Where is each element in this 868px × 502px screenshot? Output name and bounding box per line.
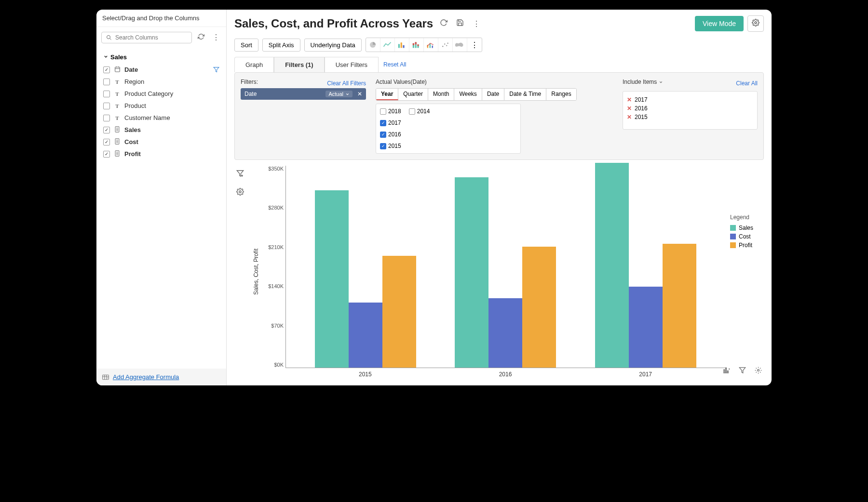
filter-icon[interactable] — [737, 365, 748, 378]
bar-profit-2016[interactable] — [522, 247, 556, 368]
checkbox[interactable] — [380, 143, 386, 149]
remove-icon[interactable]: ✕ — [627, 105, 632, 112]
column-region[interactable]: TRegion — [101, 76, 221, 88]
sort-button[interactable]: Sort — [234, 39, 258, 52]
bar-group-2016 — [455, 166, 556, 368]
year-2017[interactable]: 2017 — [380, 119, 516, 126]
type-icon: T — [114, 103, 121, 109]
x-label: 2016 — [499, 371, 512, 378]
refresh-chart-icon[interactable] — [438, 17, 449, 30]
more-charts-icon[interactable]: ⋮ — [467, 38, 482, 52]
chip-name: Date — [244, 91, 257, 97]
refresh-icon[interactable] — [196, 31, 206, 44]
remove-icon[interactable]: ✕ — [627, 114, 632, 120]
sort-bars-icon[interactable] — [721, 365, 732, 378]
save-icon[interactable] — [454, 17, 466, 30]
more-icon[interactable]: ⋮ — [210, 31, 222, 44]
bar-sales-2017[interactable] — [595, 163, 629, 368]
tree-group-sales[interactable]: Sales — [101, 51, 221, 64]
filters-panel: Filters: Clear All Filters Date Actual ✕… — [234, 72, 764, 160]
checkbox[interactable] — [103, 127, 110, 133]
line-chart-icon[interactable] — [380, 38, 395, 52]
svg-point-45 — [239, 191, 241, 193]
view-mode-button[interactable]: View Mode — [695, 16, 744, 31]
date-tab-datetime[interactable]: Date & Time — [504, 89, 546, 100]
gear-icon[interactable] — [753, 365, 764, 378]
date-tab-weeks[interactable]: Weeks — [454, 89, 482, 100]
checkbox[interactable] — [409, 108, 415, 115]
search-columns-input[interactable] — [115, 34, 188, 41]
filter-chip-date[interactable]: Date Actual ✕ — [241, 88, 366, 100]
checkbox[interactable] — [103, 79, 110, 85]
split-axis-button[interactable]: Split Axis — [262, 39, 300, 52]
include-items-label[interactable]: Include Items — [623, 79, 663, 85]
column-product-category[interactable]: TProduct Category — [101, 88, 221, 100]
bar-profit-2015[interactable] — [382, 256, 416, 368]
column-cost[interactable]: Cost — [101, 136, 221, 148]
map-chart-icon[interactable] — [453, 38, 467, 52]
add-aggregate-link[interactable]: Add Aggregate Formula — [113, 373, 179, 381]
search-columns-input-wrap[interactable] — [101, 32, 192, 43]
date-tab-month[interactable]: Month — [428, 89, 454, 100]
y-tick: $210K — [268, 244, 284, 250]
checkbox[interactable] — [380, 108, 386, 115]
checkbox[interactable] — [380, 132, 386, 138]
bar-chart-icon[interactable] — [395, 38, 409, 52]
swatch — [730, 225, 736, 231]
chart-settings-icon[interactable] — [234, 186, 246, 199]
actual-values-label: Actual Values(Date) — [376, 79, 613, 85]
year-2015[interactable]: 2015 — [380, 143, 516, 149]
tab-user-filters[interactable]: User Filters — [325, 57, 379, 72]
svg-rect-26 — [398, 44, 400, 48]
bar-cost-2016[interactable] — [488, 298, 522, 368]
combo-chart-icon[interactable] — [424, 38, 438, 52]
tab-filters[interactable]: Filters (1) — [274, 57, 325, 72]
remove-chip-icon[interactable]: ✕ — [357, 91, 362, 97]
bar-cost-2015[interactable] — [349, 303, 382, 368]
svg-point-41 — [448, 43, 448, 44]
checkbox[interactable] — [103, 151, 110, 158]
more-options-icon[interactable]: ⋮ — [471, 17, 482, 30]
checkbox[interactable] — [103, 103, 110, 109]
legend-cost[interactable]: Cost — [730, 232, 764, 241]
column-product[interactable]: TProduct — [101, 100, 221, 112]
bar-profit-2017[interactable] — [663, 244, 696, 368]
remove-icon[interactable]: ✕ — [627, 96, 632, 103]
date-tab-year[interactable]: Year — [376, 89, 398, 100]
bar-sales-2015[interactable] — [315, 190, 349, 368]
add-filter-icon[interactable] — [234, 168, 246, 181]
year-2018[interactable]: 2018 — [380, 108, 401, 115]
year-2014[interactable]: 2014 — [409, 108, 430, 115]
include-2016: ✕ 2016 — [627, 104, 753, 113]
checkbox[interactable] — [103, 115, 110, 121]
settings-button[interactable] — [747, 15, 764, 32]
scatter-chart-icon[interactable] — [438, 38, 453, 52]
legend-sales[interactable]: Sales — [730, 224, 764, 232]
checkbox[interactable] — [380, 120, 386, 126]
clear-all-include-link[interactable]: Clear All — [736, 80, 758, 87]
svg-point-50 — [758, 370, 760, 371]
column-date[interactable]: Date — [101, 64, 221, 76]
bar-sales-2016[interactable] — [455, 177, 488, 368]
svg-text:+: + — [107, 377, 108, 379]
column-profit[interactable]: Profit — [101, 148, 221, 160]
date-tab-date[interactable]: Date — [482, 89, 504, 100]
bar-cost-2017[interactable] — [629, 287, 663, 368]
svg-marker-49 — [739, 368, 746, 373]
legend-profit[interactable]: Profit — [730, 241, 764, 250]
clear-all-filters-link[interactable]: Clear All Filters — [327, 80, 366, 87]
pie-chart-icon[interactable] — [366, 38, 380, 52]
year-2016[interactable]: 2016 — [380, 131, 516, 138]
column-sales[interactable]: Sales — [101, 124, 221, 136]
checkbox[interactable] — [103, 139, 110, 145]
date-tab-ranges[interactable]: Ranges — [546, 89, 576, 100]
date-tab-quarter[interactable]: Quarter — [398, 89, 428, 100]
tab-graph[interactable]: Graph — [234, 57, 274, 72]
reset-all-link[interactable]: Reset All — [383, 61, 406, 68]
column-customer-name[interactable]: TCustomer Name — [101, 112, 221, 124]
x-label: 2015 — [359, 371, 372, 378]
checkbox[interactable] — [103, 66, 110, 73]
underlying-data-button[interactable]: Underlying Data — [304, 39, 362, 52]
stacked-bar-icon[interactable] — [409, 38, 424, 52]
checkbox[interactable] — [103, 91, 110, 97]
